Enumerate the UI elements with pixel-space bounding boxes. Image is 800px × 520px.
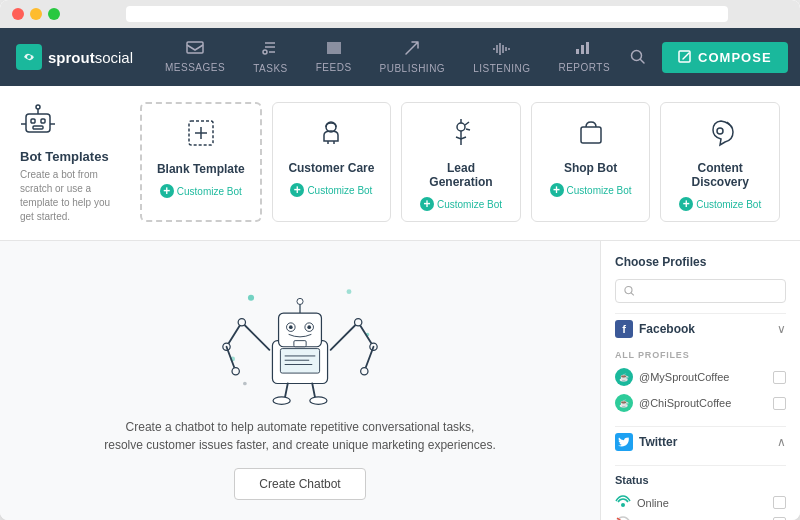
profiles-search-field[interactable] — [641, 285, 777, 297]
svg-point-51 — [232, 368, 239, 375]
bot-templates-info: Bot Templates Create a bot from scratch … — [20, 102, 120, 224]
nav-messages[interactable]: MESSAGES — [153, 33, 237, 81]
compose-button[interactable]: COMPOSE — [662, 42, 787, 73]
template-content-discovery[interactable]: Content Discovery Customize Bot — [660, 102, 780, 222]
customer-care-title: Customer Care — [288, 161, 374, 175]
nav-right: COMPOSE — [622, 41, 787, 73]
svg-point-77 — [621, 503, 625, 507]
app-window: sproutsocial MESSAGES TASKS FEEDS — [0, 0, 800, 520]
illustration-text: Create a chatbot to help automate repeti… — [104, 418, 496, 454]
template-lead-gen[interactable]: Lead Generation Customize Bot — [401, 102, 521, 222]
svg-point-4 — [263, 50, 267, 54]
templates-section: Bot Templates Create a bot from scratch … — [0, 86, 800, 241]
twitter-group: Twitter ∧ Status — [615, 426, 786, 520]
twitter-group-header[interactable]: Twitter ∧ — [615, 426, 786, 457]
illustration-desc1: Create a chatbot to help automate repeti… — [104, 418, 496, 436]
twitter-icon — [615, 433, 633, 451]
template-cards: Blank Template Customize Bot Customer Ca… — [140, 102, 780, 222]
logo: sproutsocial — [16, 44, 133, 70]
svg-point-41 — [248, 295, 254, 301]
template-customer-care[interactable]: Customer Care Customize Bot — [272, 102, 392, 222]
nav-tasks[interactable]: TASKS — [241, 32, 300, 82]
nav-bar: sproutsocial MESSAGES TASKS FEEDS — [0, 28, 800, 86]
nav-items: MESSAGES TASKS FEEDS PUBLISHING — [153, 32, 622, 82]
publishing-icon — [404, 40, 420, 60]
customer-care-icon — [316, 117, 346, 153]
svg-point-71 — [307, 325, 311, 329]
nav-listening[interactable]: LISTENING — [461, 32, 542, 82]
chisproutcoffee-checkbox[interactable] — [773, 397, 786, 410]
template-blank[interactable]: Blank Template Customize Bot — [140, 102, 262, 222]
nav-listening-label: LISTENING — [473, 63, 530, 74]
chisproutcoffee-avatar: ☕ — [615, 394, 633, 412]
chisproutcoffee-name: @ChiSproutCoffee — [639, 397, 731, 409]
svg-rect-26 — [41, 119, 45, 123]
customer-care-customize-btn[interactable]: Customize Bot — [290, 183, 372, 197]
logo-icon — [16, 44, 42, 70]
url-bar[interactable] — [126, 6, 728, 22]
facebook-group-header[interactable]: f Facebook ∨ — [615, 313, 786, 344]
blank-template-icon — [186, 118, 216, 154]
status-title: Status — [615, 474, 786, 486]
shop-bot-customize-btn[interactable]: Customize Bot — [550, 183, 632, 197]
twitter-chevron-up-icon: ∧ — [777, 435, 786, 449]
nav-feeds[interactable]: FEEDS — [304, 33, 364, 81]
svg-line-47 — [227, 322, 242, 347]
svg-point-42 — [347, 289, 352, 294]
offline-icon — [615, 516, 631, 520]
svg-line-76 — [631, 293, 634, 296]
online-checkbox[interactable] — [773, 496, 786, 509]
blank-template-title: Blank Template — [157, 162, 245, 176]
minimize-dot[interactable] — [30, 8, 42, 20]
svg-rect-74 — [294, 341, 306, 347]
svg-point-73 — [297, 298, 303, 304]
all-profiles-label: ALL PROFILES — [615, 350, 786, 360]
svg-point-0 — [27, 55, 31, 59]
bot-templates-title: Bot Templates — [20, 149, 120, 164]
close-dot[interactable] — [12, 8, 24, 20]
status-online-item: Online — [615, 492, 786, 513]
robot-illustration — [180, 261, 420, 408]
illustration-area: Create a chatbot to help automate repeti… — [0, 241, 600, 520]
blank-customize-btn[interactable]: Customize Bot — [160, 184, 242, 198]
shop-bot-icon — [576, 117, 606, 153]
svg-point-65 — [273, 397, 290, 404]
svg-line-52 — [331, 322, 359, 350]
lead-gen-customize-btn[interactable]: Customize Bot — [420, 197, 502, 211]
illustration-desc2: resolve customer issues faster, and crea… — [104, 436, 496, 454]
search-button[interactable] — [622, 41, 654, 73]
content-discovery-customize-btn[interactable]: Customize Bot — [679, 197, 761, 211]
svg-rect-20 — [586, 42, 589, 54]
content-area: Bot Templates Create a bot from scratch … — [0, 86, 800, 520]
maximize-dot[interactable] — [48, 8, 60, 20]
nav-publishing-label: PUBLISHING — [380, 63, 446, 74]
nav-publishing[interactable]: PUBLISHING — [368, 32, 458, 82]
facebook-group-name: Facebook — [639, 322, 695, 336]
svg-point-40 — [717, 128, 723, 134]
bot-icon — [20, 102, 120, 143]
lead-gen-title: Lead Generation — [414, 161, 508, 189]
svg-rect-18 — [576, 49, 579, 54]
online-icon — [615, 495, 631, 510]
content-discovery-title: Content Discovery — [673, 161, 767, 189]
nav-reports[interactable]: REPORTS — [546, 33, 622, 81]
svg-point-66 — [310, 397, 327, 404]
profile-mysproutcoffee: ☕ @MySproutCoffee — [615, 364, 786, 390]
nav-feeds-label: FEEDS — [316, 62, 352, 73]
lead-gen-icon — [446, 117, 476, 153]
svg-rect-27 — [33, 126, 43, 129]
nav-messages-label: MESSAGES — [165, 62, 225, 73]
svg-point-29 — [36, 105, 40, 109]
bot-templates-desc: Create a bot from scratch or use a templ… — [20, 168, 120, 224]
logo-text: sproutsocial — [48, 49, 133, 66]
panel-title: Choose Profiles — [615, 255, 786, 269]
mysproutcoffee-checkbox[interactable] — [773, 371, 786, 384]
template-shop-bot[interactable]: Shop Bot Customize Bot — [531, 102, 651, 222]
create-chatbot-button[interactable]: Create Chatbot — [234, 468, 365, 500]
search-profiles-input[interactable] — [615, 279, 786, 303]
svg-rect-25 — [31, 119, 35, 123]
twitter-group-name: Twitter — [639, 435, 677, 449]
mysproutcoffee-name: @MySproutCoffee — [639, 371, 729, 383]
facebook-icon: f — [615, 320, 633, 338]
status-section: Status Online — [615, 465, 786, 520]
